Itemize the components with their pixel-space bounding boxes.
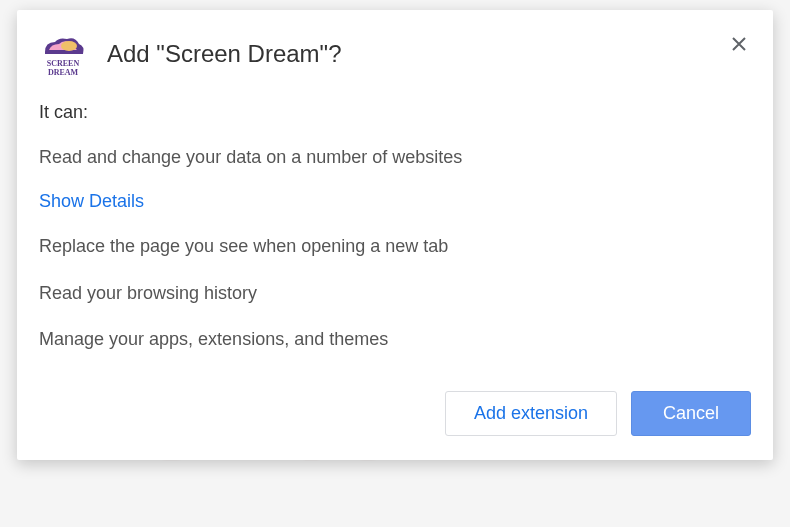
close-button[interactable] <box>727 32 751 56</box>
permission-item: Read and change your data on a number of… <box>39 145 751 169</box>
dialog-header: SCREEN DREAM Add "Screen Dream"? <box>17 10 773 90</box>
extension-icon: SCREEN DREAM <box>39 32 87 80</box>
extension-install-dialog: SCREEN DREAM Add "Screen Dream"? It can:… <box>17 10 773 460</box>
permissions-intro: It can: <box>39 102 751 123</box>
dialog-body: It can: Read and change your data on a n… <box>17 90 773 351</box>
close-icon <box>731 36 747 52</box>
permission-item: Read your browsing history <box>39 281 751 305</box>
svg-point-3 <box>61 41 77 51</box>
permission-item: Manage your apps, extensions, and themes <box>39 327 751 351</box>
dialog-footer: Add extension Cancel <box>17 373 773 436</box>
dialog-title: Add "Screen Dream"? <box>107 32 341 68</box>
svg-text:DREAM: DREAM <box>48 68 79 77</box>
add-extension-button[interactable]: Add extension <box>445 391 617 436</box>
permission-item: Replace the page you see when opening a … <box>39 234 751 258</box>
show-details-link[interactable]: Show Details <box>39 191 144 212</box>
cancel-button[interactable]: Cancel <box>631 391 751 436</box>
svg-text:SCREEN: SCREEN <box>47 59 80 68</box>
